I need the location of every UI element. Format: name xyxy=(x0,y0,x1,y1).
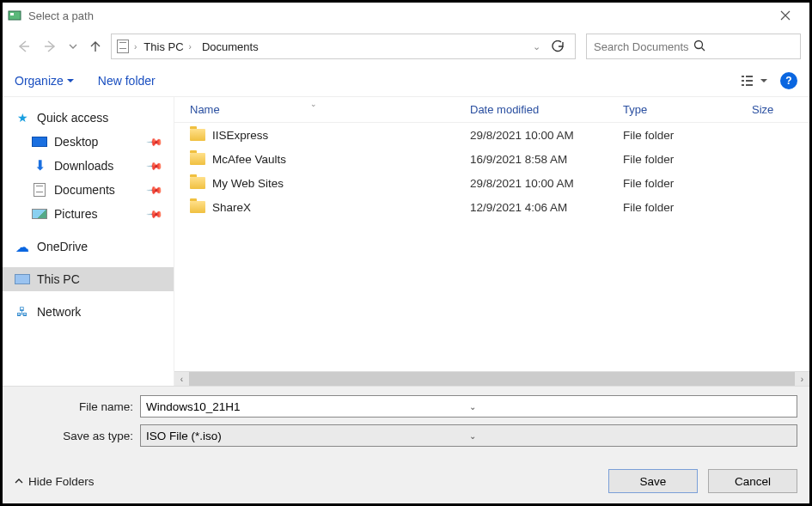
save-as-type-row: Save as type: ISO File (*.iso) ⌄ xyxy=(15,424,797,447)
breadcrumb-label: Documents xyxy=(202,40,259,53)
arrow-left-icon xyxy=(15,39,31,54)
column-label: Name xyxy=(190,103,220,116)
app-icon xyxy=(8,9,21,22)
sidebar-item-label: Documents xyxy=(54,183,115,197)
column-size[interactable]: Size xyxy=(752,103,809,116)
item-name: IISExpress xyxy=(212,129,268,142)
svg-rect-6 xyxy=(742,76,744,77)
chevron-down-icon[interactable]: ⌄ xyxy=(469,402,792,412)
scroll-left-button[interactable]: ‹ xyxy=(174,372,189,387)
sidebar-quick-access[interactable]: ★ Quick access xyxy=(3,106,174,130)
close-button[interactable] xyxy=(766,3,804,27)
item-type: File folder xyxy=(623,177,752,190)
list-item[interactable]: McAfee Vaults16/9/2021 8:58 AMFile folde… xyxy=(174,147,809,171)
rows-container: IISExpress29/8/2021 10:00 AMFile folderM… xyxy=(174,123,809,371)
search-placeholder: Search Documents xyxy=(594,40,693,53)
forward-button[interactable] xyxy=(39,34,63,58)
sidebar-downloads[interactable]: ⬇ Downloads 📌 xyxy=(3,154,174,178)
svg-line-5 xyxy=(702,47,705,51)
address-bar[interactable]: › This PC› Documents ⌄ xyxy=(111,34,576,59)
save-as-type-value: ISO File (*.iso) xyxy=(146,430,469,442)
up-button[interactable] xyxy=(83,34,107,58)
item-type: File folder xyxy=(623,201,752,214)
pin-icon: 📌 xyxy=(146,205,164,223)
file-listing: Name ⌄ Date modified Type Size IISExpres… xyxy=(174,97,809,386)
hide-folders-button[interactable]: Hide Folders xyxy=(15,475,95,488)
svg-rect-10 xyxy=(742,84,744,86)
svg-rect-9 xyxy=(746,80,753,82)
pictures-icon xyxy=(32,208,47,220)
chevron-right-icon: › xyxy=(134,42,137,52)
arrow-up-icon xyxy=(89,40,102,53)
folder-icon xyxy=(190,201,205,213)
pc-icon xyxy=(15,273,30,285)
sidebar-item-label: Pictures xyxy=(54,207,98,221)
recent-locations-button[interactable] xyxy=(66,34,80,58)
list-item[interactable]: IISExpress29/8/2021 10:00 AMFile folder xyxy=(174,123,809,147)
search-input[interactable]: Search Documents xyxy=(586,34,801,59)
item-type: File folder xyxy=(623,153,752,166)
nav-row: › This PC› Documents ⌄ Search Documents xyxy=(3,28,809,64)
item-name: My Web Sites xyxy=(212,177,284,190)
search-icon xyxy=(693,40,793,54)
scroll-right-button[interactable]: › xyxy=(795,372,809,387)
sidebar-desktop[interactable]: Desktop 📌 xyxy=(3,130,174,154)
chevron-up-icon xyxy=(15,477,23,485)
chevron-down-icon xyxy=(760,77,767,84)
column-date[interactable]: Date modified xyxy=(470,103,623,116)
chevron-down-icon xyxy=(69,42,77,51)
svg-rect-7 xyxy=(746,76,753,77)
refresh-icon xyxy=(552,40,564,52)
chevron-down-icon[interactable]: ⌄ xyxy=(533,41,540,52)
list-item[interactable]: ShareX12/9/2021 4:06 AMFile folder xyxy=(174,195,809,219)
item-date: 29/8/2021 10:00 AM xyxy=(470,129,623,142)
column-type[interactable]: Type xyxy=(623,103,752,116)
filename-input[interactable]: Windows10_21H1 ⌄ xyxy=(140,395,797,418)
sidebar-this-pc[interactable]: This PC xyxy=(3,267,174,291)
organize-label: Organize xyxy=(15,74,64,88)
folder-icon xyxy=(190,129,205,141)
toolbar: Organize New folder ? xyxy=(3,64,809,97)
item-date: 12/9/2021 4:06 AM xyxy=(470,201,623,214)
svg-point-4 xyxy=(695,40,703,48)
breadcrumb-documents[interactable]: Documents xyxy=(198,40,262,53)
cancel-button[interactable]: Cancel xyxy=(708,469,797,493)
window-title: Select a path xyxy=(28,9,766,22)
chevron-down-icon[interactable]: ⌄ xyxy=(469,431,792,441)
back-button[interactable] xyxy=(11,34,35,58)
column-name[interactable]: Name ⌄ xyxy=(190,103,470,116)
save-dialog: Select a path › This PC› Documents ⌄ xyxy=(0,0,812,506)
bottom-panel: File name: Windows10_21H1 ⌄ Save as type… xyxy=(3,386,809,503)
item-name: McAfee Vaults xyxy=(212,153,286,166)
column-headers: Name ⌄ Date modified Type Size xyxy=(174,97,809,123)
breadcrumb-this-pc[interactable]: This PC› xyxy=(140,40,195,53)
breadcrumb-label: This PC xyxy=(143,40,183,53)
list-item[interactable]: My Web Sites29/8/2021 10:00 AMFile folde… xyxy=(174,171,809,195)
sidebar-pictures[interactable]: Pictures 📌 xyxy=(3,202,174,226)
desktop-icon xyxy=(32,136,47,148)
download-icon: ⬇ xyxy=(32,160,47,172)
save-as-type-select[interactable]: ISO File (*.iso) ⌄ xyxy=(140,424,797,447)
sidebar-item-label: OneDrive xyxy=(37,240,88,253)
sidebar-documents[interactable]: Documents 📌 xyxy=(3,178,174,202)
sidebar-item-label: Network xyxy=(37,305,81,319)
svg-rect-1 xyxy=(10,13,14,15)
scroll-track[interactable] xyxy=(189,372,795,387)
item-date: 16/9/2021 8:58 AM xyxy=(470,153,623,166)
sidebar-onedrive[interactable]: ☁ OneDrive xyxy=(3,235,174,259)
item-name: ShareX xyxy=(212,201,251,214)
sidebar-item-label: Quick access xyxy=(37,111,108,125)
sidebar-item-label: This PC xyxy=(37,272,80,286)
organize-button[interactable]: Organize xyxy=(15,74,74,88)
refresh-button[interactable] xyxy=(544,34,571,59)
new-folder-button[interactable]: New folder xyxy=(98,74,156,88)
save-button[interactable]: Save xyxy=(608,469,698,493)
help-button[interactable]: ? xyxy=(780,72,797,89)
sidebar-network[interactable]: 🖧 Network xyxy=(3,300,174,324)
sidebar-item-label: Desktop xyxy=(54,135,98,149)
document-icon xyxy=(32,184,47,196)
arrow-right-icon xyxy=(43,39,58,54)
horizontal-scrollbar[interactable]: ‹ › xyxy=(174,371,809,386)
view-options-button[interactable] xyxy=(737,70,772,91)
chevron-right-icon: › xyxy=(189,42,192,52)
